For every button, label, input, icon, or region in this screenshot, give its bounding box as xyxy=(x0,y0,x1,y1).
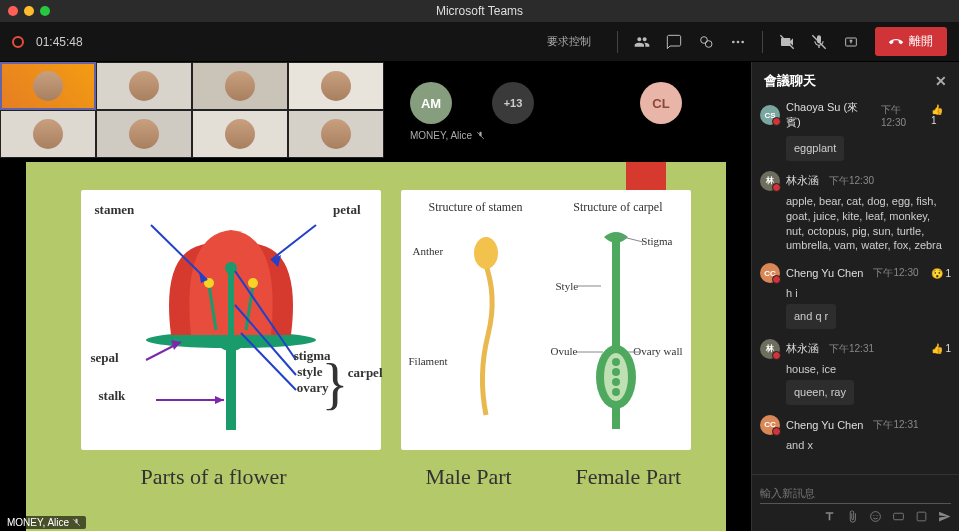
share-icon[interactable] xyxy=(843,34,859,50)
message-body: eggplant xyxy=(786,136,844,161)
shared-slide: stamen petal sepal stalk stigma style ov… xyxy=(26,162,726,531)
message-body: and x xyxy=(786,438,951,453)
presenter-label: MONEY, Alice xyxy=(410,130,485,141)
mic-muted-icon xyxy=(72,518,81,527)
gif-icon[interactable] xyxy=(892,510,905,523)
svg-point-4 xyxy=(741,40,744,43)
chat-message[interactable]: 林林永涵下午12:31👍 1house, icequeen, ray xyxy=(760,339,951,405)
recording-indicator-icon xyxy=(12,36,24,48)
stamen-illustration xyxy=(456,225,516,425)
participant-tile[interactable] xyxy=(96,110,192,158)
message-avatar: 林 xyxy=(760,171,780,191)
label-style: style xyxy=(297,364,322,380)
message-avatar: CC xyxy=(760,263,780,283)
chat-message[interactable]: CCCheng Yu Chen下午12:30😯 1h iand q r xyxy=(760,263,951,329)
svg-point-44 xyxy=(873,515,874,516)
svg-point-1 xyxy=(705,40,712,47)
message-reaction[interactable]: 😯 1 xyxy=(931,268,951,279)
label-petal: petal xyxy=(333,202,360,218)
message-avatar: 林 xyxy=(760,339,780,359)
meeting-toolbar: 01:45:48 要求控制 離開 xyxy=(0,22,959,62)
mic-off-icon[interactable] xyxy=(811,34,827,50)
svg-line-20 xyxy=(271,225,316,260)
camera-off-icon[interactable] xyxy=(779,34,795,50)
hangup-icon xyxy=(889,35,903,49)
participant-tile[interactable] xyxy=(96,62,192,110)
heading-stamen: Structure of stamen xyxy=(429,200,523,215)
label-sepal: sepal xyxy=(91,350,119,366)
message-time: 下午12:30 xyxy=(873,266,918,280)
meeting-timer: 01:45:48 xyxy=(36,35,83,49)
attach-icon[interactable] xyxy=(846,510,859,523)
message-avatar: CC xyxy=(760,415,780,435)
minimize-window-button[interactable] xyxy=(24,6,34,16)
label-anther: Anther xyxy=(413,245,444,257)
meeting-stage: AM +13 CL MONEY, Alice xyxy=(0,62,751,531)
svg-point-29 xyxy=(474,237,498,269)
caption-parts: Parts of a flower xyxy=(141,464,287,490)
people-icon[interactable] xyxy=(634,34,650,50)
svg-point-43 xyxy=(871,512,881,522)
reactions-icon[interactable] xyxy=(698,34,714,50)
send-icon[interactable] xyxy=(938,510,951,523)
label-carpel: carpel xyxy=(348,365,383,381)
message-author: Cheng Yu Chen xyxy=(786,419,863,431)
label-stalk: stalk xyxy=(99,388,126,404)
participant-avatar[interactable]: AM xyxy=(410,82,452,124)
meeting-chat-panel: 會議聊天 ✕ CSChaoya Su (來賓)下午12:30👍 1eggplan… xyxy=(751,62,959,531)
sticker-icon[interactable] xyxy=(915,510,928,523)
message-time: 下午12:31 xyxy=(829,342,874,356)
close-chat-button[interactable]: ✕ xyxy=(935,73,947,89)
caption-female: Female Part xyxy=(576,464,682,490)
label-stamen: stamen xyxy=(95,202,135,218)
participant-tile[interactable] xyxy=(192,62,288,110)
message-reaction[interactable]: 👍 1 xyxy=(931,104,951,126)
format-icon[interactable] xyxy=(823,510,836,523)
caption-male: Male Part xyxy=(426,464,512,490)
flower-diagram-card: stamen petal sepal stalk stigma style ov… xyxy=(81,190,381,450)
heading-carpel: Structure of carpel xyxy=(573,200,662,215)
svg-point-2 xyxy=(732,40,735,43)
more-icon[interactable] xyxy=(730,34,746,50)
participant-tile[interactable] xyxy=(0,62,96,110)
close-window-button[interactable] xyxy=(8,6,18,16)
request-control-button[interactable]: 要求控制 xyxy=(537,30,601,53)
message-body: h i xyxy=(786,286,951,301)
svg-point-15 xyxy=(248,278,258,288)
flower-illustration xyxy=(121,205,341,435)
participant-tile[interactable] xyxy=(288,62,384,110)
message-author: 林永涵 xyxy=(786,341,819,356)
participant-tile[interactable] xyxy=(192,110,288,158)
svg-point-3 xyxy=(737,40,740,43)
message-body: apple, bear, cat, dog, egg, fish, goat, … xyxy=(786,194,951,253)
leave-button[interactable]: 離開 xyxy=(875,27,947,56)
brace-icon: } xyxy=(322,370,349,398)
participant-avatar[interactable]: CL xyxy=(640,82,682,124)
chat-icon[interactable] xyxy=(666,34,682,50)
overflow-participants-button[interactable]: +13 xyxy=(492,82,534,124)
participant-tile[interactable] xyxy=(0,110,96,158)
maximize-window-button[interactable] xyxy=(40,6,50,16)
svg-line-38 xyxy=(619,236,643,242)
chat-message[interactable]: CCCheng Yu Chen下午12:31and x xyxy=(760,415,951,453)
chat-messages[interactable]: CSChaoya Su (來賓)下午12:30👍 1eggplant林林永涵下午… xyxy=(752,100,959,474)
mic-muted-icon xyxy=(476,131,485,140)
participant-tile[interactable] xyxy=(288,110,384,158)
participant-video-strip xyxy=(0,62,390,158)
chat-message[interactable]: CSChaoya Su (來賓)下午12:30👍 1eggplant xyxy=(760,100,951,161)
chat-input[interactable] xyxy=(760,483,951,504)
message-reaction[interactable]: 👍 1 xyxy=(931,343,951,354)
svg-rect-16 xyxy=(228,270,234,335)
structure-diagram-card: Structure of stamen Structure of carpel … xyxy=(401,190,691,450)
svg-point-45 xyxy=(877,515,878,516)
message-avatar: CS xyxy=(760,105,780,125)
message-time: 下午12:30 xyxy=(829,174,874,188)
emoji-icon[interactable] xyxy=(869,510,882,523)
message-body: and q r xyxy=(786,304,836,329)
chat-message[interactable]: 林林永涵下午12:30apple, bear, cat, dog, egg, f… xyxy=(760,171,951,253)
svg-rect-46 xyxy=(894,513,904,520)
window-titlebar: Microsoft Teams xyxy=(0,0,959,22)
svg-rect-47 xyxy=(917,512,926,521)
message-body: house, ice xyxy=(786,362,951,377)
message-time: 下午12:31 xyxy=(873,418,918,432)
